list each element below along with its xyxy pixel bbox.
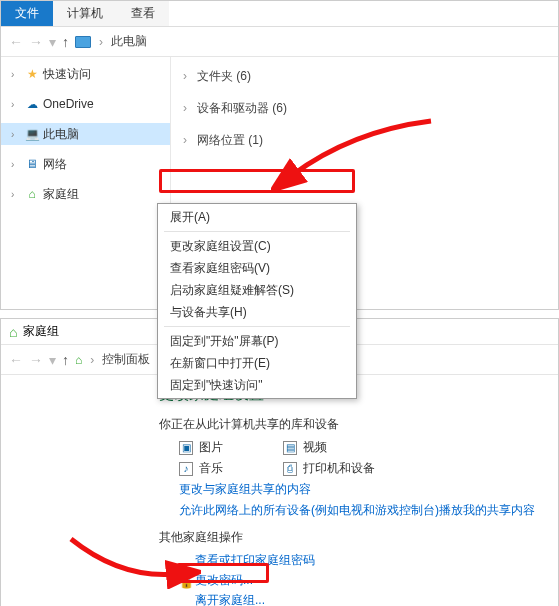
section-other-ops: 其他家庭组操作	[159, 529, 558, 546]
chevron-icon: ›	[11, 99, 21, 110]
homegroup-icon: ⌂	[25, 187, 39, 201]
pictures-icon: ▣	[179, 441, 193, 455]
group-label: 设备和驱动器 (6)	[197, 100, 287, 117]
nav-up-icon[interactable]: ↑	[62, 34, 69, 50]
menu-expand[interactable]: 展开(A)	[158, 206, 356, 228]
chevron-icon: ›	[183, 101, 191, 115]
pc-icon: 💻	[25, 127, 39, 141]
group-folders[interactable]: ›文件夹 (6)	[183, 65, 546, 87]
crumb-control-panel[interactable]: 控制面板	[102, 351, 150, 368]
homegroup-icon: ⌂	[9, 324, 17, 340]
nav-fwd-icon[interactable]: →	[29, 34, 43, 50]
cloud-icon: ☁	[25, 97, 39, 111]
tree-this-pc[interactable]: › 💻 此电脑	[1, 123, 170, 145]
tree-onedrive[interactable]: › ☁ OneDrive	[1, 93, 170, 115]
nav-up-icon[interactable]: ↑	[62, 352, 69, 368]
network-icon: 🖥	[25, 157, 39, 171]
chevron-icon: ›	[183, 133, 191, 147]
crumb-sep: ›	[99, 35, 103, 49]
chevron-icon: ›	[11, 159, 21, 170]
link-label: 更改密码...	[195, 572, 253, 589]
tab-computer[interactable]: 计算机	[53, 1, 117, 26]
tab-view[interactable]: 查看	[117, 1, 169, 26]
menu-new-window[interactable]: 在新窗口中打开(E)	[158, 352, 356, 374]
chevron-icon: ›	[183, 69, 191, 83]
tree-label: 此电脑	[43, 126, 79, 143]
group-label: 网络位置 (1)	[197, 132, 263, 149]
menu-divider	[164, 326, 350, 327]
nav-tree: › ★ 快速访问 › ☁ OneDrive › 💻 此电脑 › 🖥 网络	[1, 57, 171, 309]
link-change-shared[interactable]: 更改与家庭组共享的内容	[179, 481, 558, 498]
menu-change-homegroup[interactable]: 更改家庭组设置(C)	[158, 235, 356, 257]
group-devices[interactable]: ›设备和驱动器 (6)	[183, 97, 546, 119]
chevron-icon: ›	[11, 129, 21, 140]
window-title: 家庭组	[23, 323, 59, 340]
menu-troubleshoot[interactable]: 启动家庭组疑难解答(S)	[158, 279, 356, 301]
nav-fwd-icon[interactable]: →	[29, 352, 43, 368]
shared-pictures: ▣图片	[179, 439, 223, 456]
tree-label: 网络	[43, 156, 67, 173]
menu-share-devices[interactable]: 与设备共享(H)	[158, 301, 356, 323]
nav-back-icon[interactable]: ←	[9, 352, 23, 368]
shared-printers: ⎙打印机和设备	[283, 460, 375, 477]
link-allow-devices[interactable]: 允许此网络上的所有设备(例如电视和游戏控制台)播放我的共享内容	[179, 502, 558, 519]
tree-label: 家庭组	[43, 186, 79, 203]
chevron-icon: ›	[11, 69, 21, 80]
menu-view-password[interactable]: 查看家庭组密码(V)	[158, 257, 356, 279]
printer-icon: ⎙	[283, 462, 297, 476]
shared-label: 打印机和设备	[303, 460, 375, 477]
tree-quick-access[interactable]: › ★ 快速访问	[1, 63, 170, 85]
section-sharing-label: 你正在从此计算机共享的库和设备	[159, 416, 558, 433]
tree-label: OneDrive	[43, 97, 94, 111]
key-icon	[179, 555, 191, 567]
nav-recent-icon[interactable]: ▾	[49, 34, 56, 50]
group-label: 文件夹 (6)	[197, 68, 251, 85]
tree-network[interactable]: › 🖥 网络	[1, 153, 170, 175]
nav-back-icon[interactable]: ←	[9, 34, 23, 50]
nav-recent-icon[interactable]: ▾	[49, 352, 56, 368]
shared-label: 音乐	[199, 460, 223, 477]
link-view-password[interactable]: 查看或打印家庭组密码	[179, 552, 558, 569]
address-location[interactable]: 此电脑	[111, 33, 147, 50]
tree-label: 快速访问	[43, 66, 91, 83]
link-change-password[interactable]: 🔒更改密码...	[179, 572, 558, 589]
homegroup-icon: ⌂	[75, 353, 82, 367]
videos-icon: ▤	[283, 441, 297, 455]
pc-icon	[75, 36, 91, 48]
music-icon: ♪	[179, 462, 193, 476]
shared-music: ♪音乐	[179, 460, 223, 477]
menu-pin-quick[interactable]: 固定到"快速访问"	[158, 374, 356, 396]
shared-label: 图片	[199, 439, 223, 456]
leave-icon	[179, 595, 191, 607]
tab-file[interactable]: 文件	[1, 1, 53, 26]
menu-divider	[164, 231, 350, 232]
menu-pin-start[interactable]: 固定到"开始"屏幕(P)	[158, 330, 356, 352]
chevron-icon: ›	[11, 189, 21, 200]
lock-icon: 🔒	[179, 575, 191, 587]
link-label: 查看或打印家庭组密码	[195, 552, 315, 569]
crumb-sep: ›	[90, 353, 94, 367]
link-label: 离开家庭组...	[195, 592, 265, 606]
tree-homegroup[interactable]: › ⌂ 家庭组	[1, 183, 170, 205]
star-icon: ★	[25, 67, 39, 81]
link-leave-homegroup[interactable]: 离开家庭组...	[179, 592, 558, 606]
context-menu: 展开(A) 更改家庭组设置(C) 查看家庭组密码(V) 启动家庭组疑难解答(S)…	[157, 203, 357, 399]
shared-videos: ▤视频	[283, 439, 327, 456]
group-netloc[interactable]: ›网络位置 (1)	[183, 129, 546, 151]
shared-label: 视频	[303, 439, 327, 456]
